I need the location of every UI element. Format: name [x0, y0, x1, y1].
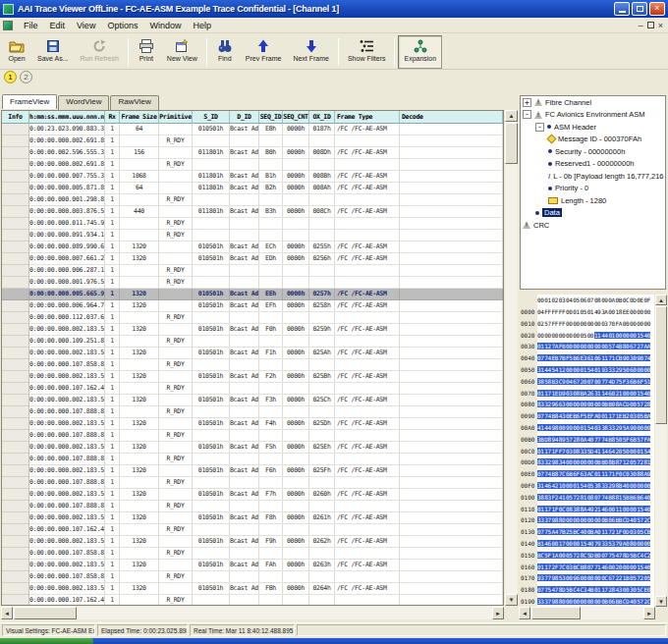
- menu-view[interactable]: View: [71, 20, 101, 31]
- column-header-primitive[interactable]: Primitive: [159, 111, 193, 124]
- tree-item-length[interactable]: Length - 1280: [521, 194, 665, 207]
- tree-item-label[interactable]: L - 0b [Payload length 16,777,216 Bytes]: [553, 172, 666, 181]
- hex-bytes[interactable]: 83 32 96 63 00 00 00 00 00 0B B0 8A CD 0…: [537, 399, 654, 410]
- table-row[interactable]: 0:00:00.000.001.298.81R_RDY: [2, 194, 503, 206]
- hex-row[interactable]: 0150BC 5F 1A 00 05 72 8C 5D B0 07 75 47 …: [519, 550, 668, 562]
- hex-row[interactable]: 006038 58 B3 C9 04 67 20 07 00 77 4D 75 …: [519, 376, 668, 388]
- hex-bytes[interactable]: 07 75 47 8D 5B C4 C3 4B 01 17 28 43 00 3…: [537, 584, 654, 596]
- expand-icon[interactable]: +: [523, 98, 531, 107]
- table-row[interactable]: 0:00:00.000.006.964.711320010501hBcast A…: [2, 300, 503, 312]
- hex-row[interactable]: 016001 17 2F 7C 03 BC B8 07 71 46 00 20 …: [519, 562, 668, 573]
- hex-bytes[interactable]: 93 77 98 53 00 96 00 00 00 0C 67 22 1B 0…: [537, 572, 654, 584]
- tree-item-reserved1[interactable]: Reserved1 - 00000000h: [521, 158, 665, 171]
- collapse-icon[interactable]: -: [523, 110, 531, 119]
- scroll-up-icon[interactable]: ▲: [655, 295, 667, 305]
- hex-bytes[interactable]: 00 00 00 00 00 00 05 00 11 44 01 00 00 0…: [537, 330, 654, 342]
- hex-bytes[interactable]: 38 58 B3 C9 04 67 20 07 00 77 4D 75 F3 6…: [537, 376, 654, 388]
- table-row[interactable]: 0:00:00.002.596.555.31156011801hBcast Ad…: [2, 147, 503, 159]
- column-header-d-id[interactable]: D_ID: [230, 111, 259, 124]
- table-row[interactable]: 0:00:00.000.107.888.81R_RDY: [2, 454, 503, 465]
- column-header-s-id[interactable]: S_ID: [193, 111, 230, 124]
- hex-bytes[interactable]: 41 44 98 00 99 00 01 54 03 38 33 29 5A 9…: [537, 422, 654, 434]
- tree-item-label[interactable]: Security - 00000000h: [555, 147, 625, 156]
- column-header-h-mm-ss-mmm-uuu-nnn-n[interactable]: h:mm:ss.mmm.uuu.nnn.n: [29, 111, 105, 124]
- tree-item-label[interactable]: CRC: [533, 221, 549, 230]
- hex-bytes[interactable]: B1 46 00 17 00 00 15 40 79 33 53 79 A0 8…: [537, 538, 654, 550]
- tree-item-label[interactable]: FC Avionics Environment ASM: [545, 110, 645, 119]
- expansion-button[interactable]: Expansion: [398, 35, 442, 69]
- table-row[interactable]: 0:00:00.000.002.183.511320010501hBcast A…: [2, 465, 503, 477]
- menu-edit[interactable]: Edit: [44, 20, 72, 31]
- hex-bytes[interactable]: 31 46 42 10 00 01 54 05 38 33 29 8B 40 0…: [537, 480, 654, 492]
- scroll-left-icon[interactable]: ◄: [519, 607, 530, 619]
- mdi-restore-button[interactable]: [647, 22, 654, 28]
- table-row[interactable]: 0:00:00.000.001.976.51R_RDY: [2, 277, 503, 289]
- tree-item-label[interactable]: Length - 1280: [561, 196, 606, 205]
- hex-bytes[interactable]: 07 74 B8 7C 6B 6F 63 AC 01 11 71 F0 C0 3…: [537, 468, 654, 480]
- hex-bytes[interactable]: 01 17 1F F7 03 08 33 5D 41 14 64 20 50 0…: [537, 446, 654, 457]
- start-button[interactable]: [0, 638, 93, 644]
- hex-row[interactable]: 00A041 44 98 00 99 00 01 54 03 38 33 29 …: [519, 422, 668, 434]
- document-icon[interactable]: [3, 21, 13, 30]
- table-row-selected[interactable]: 0:00:00.000.005.665.911320010501hBcast A…: [2, 289, 503, 300]
- table-row[interactable]: 0:00:00.000.002.183.511320010501hBcast A…: [2, 395, 503, 406]
- new-view-button[interactable]: New View: [161, 35, 203, 69]
- hex-row[interactable]: 000004 FF FF FF 00 01 05 01 49 3A 00 18 …: [519, 306, 668, 318]
- hex-row[interactable]: 013007 75 A4 7B 25 BC 40 0B A0 11 72 1F …: [519, 526, 668, 538]
- hex-bytes[interactable]: 02 57 FF FF 00 00 00 00 00 03 70 FA 00 0…: [537, 318, 654, 330]
- scroll-thumb[interactable]: [505, 123, 518, 164]
- hex-row[interactable]: 009007 74 B8 43 0E B6 F5 EF A0 01 17 1E …: [519, 410, 668, 422]
- hex-bytes[interactable]: 33 37 98 80 00 00 00 00 00 0B 06 BB CD 4…: [537, 596, 654, 608]
- hex-bytes[interactable]: 3B D8 94 89 57 28 0A 40 77 74 B8 50 5F 6…: [537, 434, 654, 446]
- table-row[interactable]: 0:00:00.000.107.888.81R_RDY: [2, 406, 503, 418]
- mdi-close-button[interactable]: ×: [658, 21, 663, 30]
- hex-bytes[interactable]: 33 37 98 80 00 00 00 00 00 0B 06 BB CD 4…: [537, 514, 654, 526]
- column-header-decode[interactable]: Decode: [400, 111, 503, 124]
- page-tab-2[interactable]: 2: [20, 71, 32, 83]
- table-row[interactable]: 0:00:00.000.089.990.611320010501hBcast A…: [2, 242, 503, 253]
- column-header-frame-type[interactable]: Frame Type: [335, 111, 400, 124]
- table-horizontal-scrollbar[interactable]: ◄ ►: [1, 607, 504, 619]
- tree-item-data[interactable]: Data: [521, 207, 665, 220]
- close-button[interactable]: ×: [649, 2, 665, 16]
- scroll-thumb[interactable]: [531, 607, 581, 619]
- table-row[interactable]: 0:00:00.000.005.871.8164011801hBcast Add…: [2, 183, 503, 194]
- hex-bytes[interactable]: 07 74 EB 7B F5 B6 E3 61 06 11 71 CB 90 3…: [537, 352, 654, 364]
- hex-bytes[interactable]: 04 FF FF FF 00 01 05 01 49 3A 00 18 EE 0…: [537, 306, 654, 318]
- column-header-seq-id[interactable]: SEQ_ID: [259, 111, 283, 124]
- tree-item-fibre[interactable]: +Fibre Channel: [521, 96, 665, 109]
- restore-button[interactable]: [632, 2, 647, 16]
- minimize-button[interactable]: [614, 2, 630, 16]
- hex-bytes[interactable]: 01 17 1E D9 03 08 BA 26 31 14 60 21 00 0…: [537, 388, 654, 400]
- menu-options[interactable]: Options: [101, 20, 143, 31]
- hex-bytes[interactable]: BC 5F 1A 00 05 72 8C 5D B0 07 75 47 8D 5…: [537, 550, 654, 562]
- next-frame-button[interactable]: Next Frame: [287, 35, 335, 69]
- table-row[interactable]: 0:00:00.000.107.888.81R_RDY: [2, 430, 503, 442]
- tab-frameview[interactable]: FrameView: [2, 94, 57, 109]
- table-row[interactable]: 0:00:00.000.002.183.511320010501hBcast A…: [2, 442, 503, 454]
- column-header-ox-id[interactable]: OX_ID: [309, 111, 335, 124]
- table-row[interactable]: 0:00:00.000.107.858.81R_RDY: [2, 359, 503, 371]
- table-row[interactable]: 0:00:00.000.107.888.81R_RDY: [2, 477, 503, 489]
- hex-row[interactable]: 007001 17 1E D9 03 08 BA 26 31 14 60 21 …: [519, 388, 668, 400]
- hex-row[interactable]: 00F031 46 42 10 00 01 54 05 38 33 29 8B …: [519, 480, 668, 492]
- hex-bytes[interactable]: 38 83 F2 41 05 72 81 08 07 74 B8 81 5B B…: [537, 492, 654, 504]
- hex-bytes[interactable]: 83 32 98 34 00 00 00 00 0B B0 8B 87 12 0…: [537, 456, 654, 468]
- print-button[interactable]: Print: [132, 35, 161, 69]
- save-as-button[interactable]: Save As...: [31, 35, 75, 69]
- hex-bytes[interactable]: 31 44 54 12 00 00 01 54 01 93 33 29 50 6…: [537, 364, 654, 376]
- mdi-minimize-button[interactable]: –: [639, 21, 643, 30]
- scroll-left-icon[interactable]: ◄: [1, 607, 13, 619]
- menu-help[interactable]: Help: [187, 20, 217, 31]
- column-header-info[interactable]: Info: [2, 111, 29, 124]
- hex-bytes[interactable]: 01 17 2F 7C 03 BC B8 07 71 46 00 20 00 0…: [537, 562, 654, 573]
- hex-horizontal-scrollbar[interactable]: ◄ ►: [519, 607, 655, 619]
- table-row[interactable]: 0:00:00.000.091.934.11R_RDY: [2, 230, 503, 242]
- show-filters-button[interactable]: Show Filters: [342, 35, 392, 69]
- tree-item-label[interactable]: Message ID - 000370FAh: [558, 134, 641, 143]
- table-row[interactable]: 0:00:00.000.002.183.511320010501hBcast A…: [2, 560, 503, 571]
- hex-row[interactable]: 017093 77 98 53 00 96 00 00 00 0C 67 22 …: [519, 572, 668, 584]
- hex-row[interactable]: 001002 57 FF FF 00 00 00 00 00 03 70 FA …: [519, 318, 668, 330]
- hex-row[interactable]: 011001 17 1F 0C 08 38 8A 49 21 46 00 11 …: [519, 504, 668, 515]
- hex-row[interactable]: 00E007 74 B8 7C 6B 6F 63 AC 01 11 71 F0 …: [519, 468, 668, 480]
